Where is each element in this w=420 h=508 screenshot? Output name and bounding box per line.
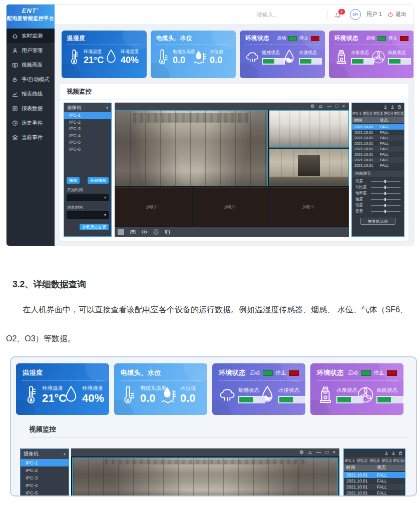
alarm-table-row[interactable]: 2021.10.01 FALL [344,496,405,496]
trash-icon[interactable] [397,105,401,109]
camera-list-item[interactable]: IPC-6 [64,146,111,153]
screenshot-1: ENT® 配电室智能监控平台 实时监测 用户管理 视频画面 手 [6,4,414,246]
sidebar-item-history-events[interactable]: 历史事件 [7,116,55,130]
slider-track[interactable] [371,199,400,200]
alarm-table-row[interactable]: 2021.10.01 FALL [352,152,404,157]
video-cell-loading[interactable]: 加载中... [193,187,270,226]
alarm-tab[interactable]: IPC-3 [368,457,380,464]
camera-list-item[interactable]: IPC-5 [21,489,69,496]
trash-icon[interactable] [398,451,402,455]
alarm-tab[interactable]: IPC-4 [381,457,393,464]
alarm-tab[interactable]: IPC-2 [356,457,368,464]
layers-icon [12,135,18,141]
search-input[interactable] [256,11,329,18]
maximize-icon[interactable]: □ [335,103,338,110]
alarm-tab[interactable]: IPC-3 [373,111,383,117]
alarm-table-row[interactable]: 2021.10.01 FALL [344,478,405,484]
settings-gear-icon[interactable]: ⚙ [310,103,314,110]
end-time-select[interactable]: ▾ [67,211,109,219]
username-label[interactable]: 用户 1 [366,11,382,18]
camera-list-item[interactable]: IPC-2 [21,466,69,474]
alarm-table-row[interactable]: 2021.10.01 FALL [352,157,404,163]
record-icon[interactable] [142,229,147,235]
video-cell-main[interactable] [72,457,338,496]
camera-list-item[interactable]: IPC-3 [64,126,111,133]
start-time-select[interactable]: ▾ [67,194,109,201]
slider-track[interactable] [371,181,400,182]
sidebar-item-report-data[interactable]: 报表数据 [7,101,55,116]
video-cell-loading[interactable]: 加载中... [115,187,192,226]
sidebar-item-video[interactable]: 视频画面 [7,58,55,72]
alarm-tab[interactable]: IPC-5> [393,457,405,464]
minimize-icon[interactable]: — [316,448,321,456]
camera-list-item[interactable]: IPC-5 [64,139,111,146]
close-icon[interactable]: × [342,103,345,110]
snapshot-camera-icon[interactable] [130,229,136,235]
save-icon[interactable] [153,229,159,235]
camera-list-item[interactable]: IPC-3 [21,474,69,481]
alarm-tab[interactable]: IPC-5> [394,111,404,117]
sidebar-item-report-curves[interactable]: 报表曲线 [7,87,55,101]
video-cell-bottom-right[interactable] [269,149,349,186]
sidebar-item-realtime[interactable]: 实时监测 [7,29,55,43]
camera-list-item[interactable]: IPC-4 [21,481,69,489]
logout-button[interactable]: 退出 [387,11,406,18]
slider-track[interactable] [371,187,400,188]
alarm-table-row[interactable]: 2021.10.01 FALL [352,135,404,141]
export-icon[interactable] [391,451,395,455]
video-window: ⚙ — □ × 加载中... 加载中... 加载中... [115,103,349,237]
slider-thumb[interactable] [384,198,386,201]
slider-thumb[interactable] [384,210,386,213]
alarm-tab[interactable]: IPC-2 [362,111,372,117]
load-history-button[interactable]: 加载历史告警 [80,224,109,230]
alarm-tab[interactable]: IPC-4 [383,111,393,117]
copy-icon[interactable] [165,229,170,235]
alarm-table-row[interactable]: 2021.10.01 FALL [352,146,404,152]
slider-thumb[interactable] [384,204,386,207]
camera-select[interactable]: 摄像机 ▾ [64,103,111,112]
camera-select[interactable]: 摄像机 ▾ [21,449,69,459]
alarm-camera-tabs: IPC-1IPC-2IPC-3IPC-4IPC-5> [352,111,404,117]
alarm-table-row[interactable]: 2021.10.01 FALL [344,484,405,490]
maximize-icon[interactable]: □ [325,448,328,456]
alarm-table-row[interactable]: 2021.10.01 FALL [344,472,405,478]
sidebar-item-manual-auto[interactable]: 手/自动模式 [7,72,55,87]
sidebar-item-users[interactable]: 用户管理 [7,43,55,58]
export-icon[interactable] [384,451,388,455]
start-playback-button[interactable]: 开始播放 [88,177,109,184]
slider-track[interactable] [371,205,400,206]
avatar[interactable]: ENT [350,9,361,20]
alarm-table-row[interactable]: 2021.10.01 FALL [352,130,404,135]
restore-defaults-button[interactable]: 恢复默认值 [360,218,395,225]
alarm-bell-icon[interactable] [308,450,312,455]
sidebar-item-current-events[interactable]: 当前事件 [7,130,55,145]
alarm-table-row[interactable]: 2021.10.01 FALL [344,490,405,496]
slider-thumb[interactable] [384,180,386,183]
alarm-table-row[interactable]: 2021.10.01 FALL [352,124,404,130]
alarm-bell-icon[interactable] [318,104,323,109]
export-icon[interactable] [390,105,394,109]
play-button[interactable]: 播放 [67,177,80,184]
slider-track[interactable] [371,211,400,212]
slider-track[interactable] [371,193,400,194]
alarm-table-row[interactable]: 2021.10.01 FALL [352,141,404,146]
video-cell-loading[interactable]: 加载中... [271,187,349,226]
video-cell-top-right[interactable] [269,110,349,148]
camera-list-item[interactable]: IPC-2 [64,119,111,126]
alarm-tab[interactable]: IPC-1 [344,457,356,464]
close-icon[interactable]: × [332,448,335,456]
settings-gear-icon[interactable]: ⚙ [299,448,304,456]
export-icon[interactable] [383,105,387,109]
camera-list-item[interactable]: IPC-1 [21,459,69,466]
minimize-icon[interactable]: — [327,103,331,110]
camera-list-item[interactable]: IPC-1 [64,112,111,119]
layout-grid-icon[interactable] [118,229,124,235]
slider-thumb[interactable] [384,186,386,189]
notification-bell[interactable]: 5 [333,11,344,19]
video-cell-main[interactable] [115,110,268,186]
slider-thumb[interactable] [384,192,386,195]
alarm-table-row[interactable]: 2021.10.01 FALL [352,163,404,168]
camera-list-item[interactable]: IPC-4 [64,133,111,140]
document-page: ENT® 配电室智能监控平台 实时监测 用户管理 视频画面 手 [0,0,420,508]
alarm-tab[interactable]: IPC-1 [352,111,362,117]
